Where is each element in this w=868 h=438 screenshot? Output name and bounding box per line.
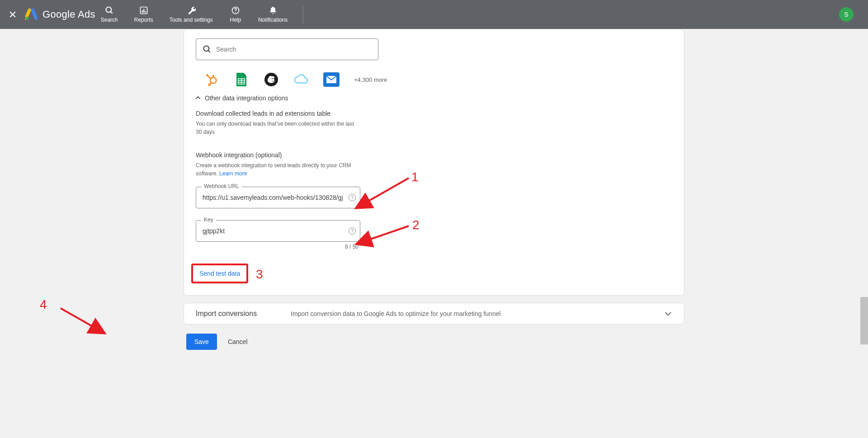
scrollbar-thumb[interactable] [860, 297, 868, 344]
search-icon [105, 6, 114, 15]
annotation-arrows [184, 29, 684, 350]
svg-point-1 [106, 7, 111, 13]
product-name: Google Ads [42, 9, 95, 20]
nav-help[interactable]: Help [224, 4, 247, 25]
help-icon [231, 6, 240, 15]
bell-icon [269, 6, 278, 15]
product-logo[interactable]: Google Ads [25, 9, 95, 20]
svg-line-18 [367, 178, 409, 202]
nav-notifications[interactable]: Notifications [253, 4, 293, 25]
nav-separator [303, 5, 303, 24]
svg-rect-3 [142, 10, 143, 13]
svg-point-7 [235, 12, 236, 13]
top-bar: Google Ads Search Reports Tools and sett… [0, 0, 868, 29]
tools-icon [187, 6, 196, 15]
svg-point-0 [26, 17, 29, 20]
nav-reports[interactable]: Reports [129, 4, 159, 25]
account-avatar[interactable]: S [839, 7, 854, 22]
nav-search[interactable]: Search [95, 4, 123, 25]
close-icon[interactable] [7, 9, 18, 20]
svg-rect-5 [145, 11, 146, 13]
ads-logo-icon [25, 9, 38, 20]
reports-icon [139, 6, 148, 15]
svg-line-19 [368, 226, 409, 240]
nav-tools[interactable]: Tools and settings [164, 4, 218, 25]
svg-rect-4 [143, 9, 144, 13]
